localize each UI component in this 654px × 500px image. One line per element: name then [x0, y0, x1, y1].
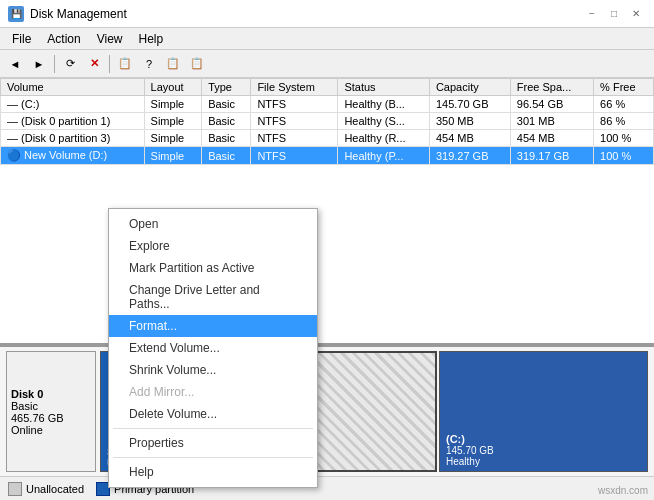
table-cell: 145.70 GB	[429, 96, 510, 113]
table-cell: 454 MB	[510, 130, 593, 147]
col-freespace[interactable]: Free Spa...	[510, 79, 593, 96]
menu-file[interactable]: File	[4, 30, 39, 48]
context-menu-item-shrink-volume---[interactable]: Shrink Volume...	[109, 359, 317, 381]
col-pctfree[interactable]: % Free	[594, 79, 654, 96]
window-controls: − □ ✕	[582, 4, 646, 24]
toolbar-separator-2	[109, 55, 110, 73]
partition-c-status: Healthy	[446, 456, 641, 467]
table-cell: 66 %	[594, 96, 654, 113]
table-cell: 454 MB	[429, 130, 510, 147]
table-cell: Basic	[202, 113, 251, 130]
table-cell: 100 %	[594, 147, 654, 165]
context-menu-item-format---[interactable]: Format...	[109, 315, 317, 337]
table-cell: Basic	[202, 130, 251, 147]
toolbar: ◄ ► ⟳ ✕ 📋 ? 📋 📋	[0, 50, 654, 78]
table-cell: NTFS	[251, 147, 338, 165]
extra-button[interactable]: 📋	[162, 53, 184, 75]
table-cell: 301 MB	[510, 113, 593, 130]
partition-c-size: 145.70 GB	[446, 445, 641, 456]
disk-0-label: Disk 0 Basic 465.76 GB Online	[6, 351, 96, 472]
context-menu-item-change-drive-letter-and-paths---[interactable]: Change Drive Letter and Paths...	[109, 279, 317, 315]
table-cell: — (Disk 0 partition 1)	[1, 113, 145, 130]
table-cell: NTFS	[251, 130, 338, 147]
menu-help[interactable]: Help	[131, 30, 172, 48]
table-cell: Simple	[144, 130, 202, 147]
title-bar: 💾 Disk Management − □ ✕	[0, 0, 654, 28]
watermark: wsxdn.com	[598, 485, 648, 496]
legend-unallocated: Unallocated	[8, 482, 84, 496]
table-cell: Simple	[144, 96, 202, 113]
col-volume[interactable]: Volume	[1, 79, 145, 96]
context-menu-item-help[interactable]: Help	[109, 461, 317, 483]
table-row[interactable]: — (C:)SimpleBasicNTFSHealthy (B...145.70…	[1, 96, 654, 113]
col-type[interactable]: Type	[202, 79, 251, 96]
table-cell: 🔵 New Volume (D:)	[1, 147, 145, 165]
disk-map: Disk 0 Basic 465.76 GB Online 350 MB 454…	[0, 346, 654, 476]
table-cell: 319.27 GB	[429, 147, 510, 165]
table-cell: NTFS	[251, 96, 338, 113]
table-cell: Healthy (S...	[338, 113, 430, 130]
minimize-button[interactable]: −	[582, 4, 602, 24]
cancel-button[interactable]: ✕	[83, 53, 105, 75]
legend: Unallocated Primary partition	[0, 476, 654, 500]
table-cell: 319.17 GB	[510, 147, 593, 165]
col-layout[interactable]: Layout	[144, 79, 202, 96]
maximize-button[interactable]: □	[604, 4, 624, 24]
window-title: Disk Management	[30, 7, 127, 21]
main-area: Volume Layout Type File System Status Ca…	[0, 78, 654, 500]
context-menu-item-add-mirror---: Add Mirror...	[109, 381, 317, 403]
col-capacity[interactable]: Capacity	[429, 79, 510, 96]
context-menu-item-open[interactable]: Open	[109, 213, 317, 235]
table-cell: NTFS	[251, 113, 338, 130]
context-menu-item-delete-volume---[interactable]: Delete Volume...	[109, 403, 317, 425]
menu-bar: File Action View Help	[0, 28, 654, 50]
context-menu-separator	[113, 428, 313, 429]
table-row[interactable]: 🔵 New Volume (D:)SimpleBasicNTFSHealthy …	[1, 147, 654, 165]
table-cell: 86 %	[594, 113, 654, 130]
table-cell: Simple	[144, 113, 202, 130]
back-button[interactable]: ◄	[4, 53, 26, 75]
table-cell: Healthy (P...	[338, 147, 430, 165]
app-icon: 💾	[8, 6, 24, 22]
disk-0-row: Disk 0 Basic 465.76 GB Online 350 MB 454…	[0, 347, 654, 476]
toolbar-separator	[54, 55, 55, 73]
disk-0-name: Disk 0	[11, 388, 91, 400]
partition-c-name: (C:)	[446, 433, 641, 445]
table-cell: — (Disk 0 partition 3)	[1, 130, 145, 147]
volume-table-area: Volume Layout Type File System Status Ca…	[0, 78, 654, 346]
menu-action[interactable]: Action	[39, 30, 88, 48]
table-cell: Basic	[202, 147, 251, 165]
table-cell: Healthy (R...	[338, 130, 430, 147]
context-menu-item-mark-partition-as-active[interactable]: Mark Partition as Active	[109, 257, 317, 279]
col-filesystem[interactable]: File System	[251, 79, 338, 96]
partition-c[interactable]: (C:) 145.70 GB Healthy	[439, 351, 648, 472]
table-cell: 96.54 GB	[510, 96, 593, 113]
table-cell: Simple	[144, 147, 202, 165]
disk-0-type: Basic	[11, 400, 91, 412]
context-menu-item-extend-volume---[interactable]: Extend Volume...	[109, 337, 317, 359]
help-toolbar-button[interactable]: ?	[138, 53, 160, 75]
volume-table: Volume Layout Type File System Status Ca…	[0, 78, 654, 165]
disk-0-status: Online	[11, 424, 91, 436]
legend-unallocated-label: Unallocated	[26, 483, 84, 495]
table-row[interactable]: — (Disk 0 partition 1)SimpleBasicNTFSHea…	[1, 113, 654, 130]
table-cell: Basic	[202, 96, 251, 113]
context-menu: OpenExploreMark Partition as ActiveChang…	[108, 208, 318, 488]
refresh-button[interactable]: ⟳	[59, 53, 81, 75]
table-cell: 350 MB	[429, 113, 510, 130]
forward-button[interactable]: ►	[28, 53, 50, 75]
legend-unallocated-box	[8, 482, 22, 496]
extra-button-2[interactable]: 📋	[186, 53, 208, 75]
table-cell: — (C:)	[1, 96, 145, 113]
table-cell: 100 %	[594, 130, 654, 147]
col-status[interactable]: Status	[338, 79, 430, 96]
close-button[interactable]: ✕	[626, 4, 646, 24]
menu-view[interactable]: View	[89, 30, 131, 48]
properties-button[interactable]: 📋	[114, 53, 136, 75]
context-menu-item-explore[interactable]: Explore	[109, 235, 317, 257]
context-menu-item-properties[interactable]: Properties	[109, 432, 317, 454]
disk-0-size: 465.76 GB	[11, 412, 91, 424]
table-row[interactable]: — (Disk 0 partition 3)SimpleBasicNTFSHea…	[1, 130, 654, 147]
table-cell: Healthy (B...	[338, 96, 430, 113]
context-menu-separator	[113, 457, 313, 458]
